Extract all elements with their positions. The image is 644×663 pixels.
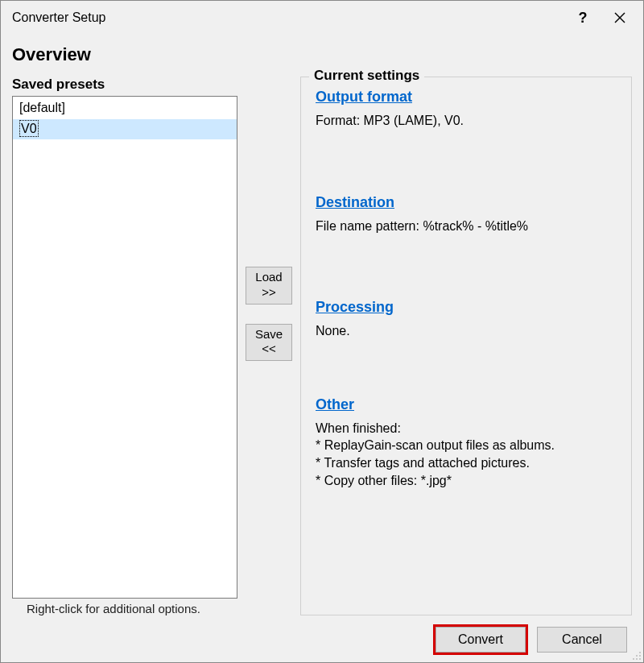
help-button[interactable]: ? [564,2,601,34]
dialog-window: Converter Setup ? Overview Saved presets… [0,0,644,663]
load-button[interactable]: Load >> [246,267,292,305]
svg-point-7 [639,658,641,660]
list-item-label: [default] [19,99,65,117]
processing-link[interactable]: Processing [316,299,394,316]
svg-point-6 [636,658,638,660]
svg-point-5 [633,658,634,660]
main-row: Saved presets [default] V0 Right-click f… [12,77,632,615]
other-text-3: * Copy other files: *.jpg* [316,472,617,490]
preset-actions: Load >> Save << [244,77,294,615]
destination-text: File name pattern: %track% - %title% [316,218,617,235]
other-link[interactable]: Other [316,396,354,413]
page-title: Overview [12,44,632,65]
other-text-2: * Transfer tags and attached pictures. [316,454,617,472]
titlebar: Converter Setup ? [1,1,643,35]
list-item-label: V0 [19,120,39,137]
svg-point-2 [639,652,641,653]
other-text-1: * ReplayGain-scan output files as albums… [316,437,617,454]
close-icon [614,12,625,23]
processing-block: Processing None. [316,299,617,340]
settings-legend: Current settings [309,68,424,84]
settings-panel: Current settings Output format Format: M… [300,77,632,615]
destination-block: Destination File name pattern: %track% -… [316,194,617,235]
output-format-link[interactable]: Output format [316,89,412,106]
convert-button[interactable]: Convert [436,627,526,653]
save-button[interactable]: Save << [246,324,292,362]
output-format-text: Format: MP3 (LAME), V0. [316,112,617,130]
other-block: Other When finished: * ReplayGain-scan o… [316,396,617,489]
resize-grip[interactable] [630,649,642,661]
cancel-button[interactable]: Cancel [537,627,627,653]
destination-link[interactable]: Destination [316,194,394,211]
resize-grip-icon [630,649,642,661]
processing-text: None. [316,322,617,340]
output-format-block: Output format Format: MP3 (LAME), V0. [316,89,617,130]
other-text-0: When finished: [316,420,617,437]
window-title: Converter Setup [12,10,564,25]
list-item[interactable]: [default] [13,98,237,119]
presets-panel: Saved presets [default] V0 Right-click f… [12,77,237,615]
presets-label: Saved presets [12,77,237,93]
close-button[interactable] [601,2,638,34]
dialog-footer: Convert Cancel [12,615,632,654]
current-settings-group: Current settings Output format Format: M… [300,77,632,615]
list-item[interactable]: V0 [13,119,237,139]
content-area: Overview Saved presets [default] V0 Righ… [1,35,643,662]
presets-hint: Right-click for additional options. [12,602,237,615]
svg-point-3 [636,655,638,657]
presets-listbox[interactable]: [default] V0 [12,96,237,599]
svg-point-4 [639,655,641,657]
